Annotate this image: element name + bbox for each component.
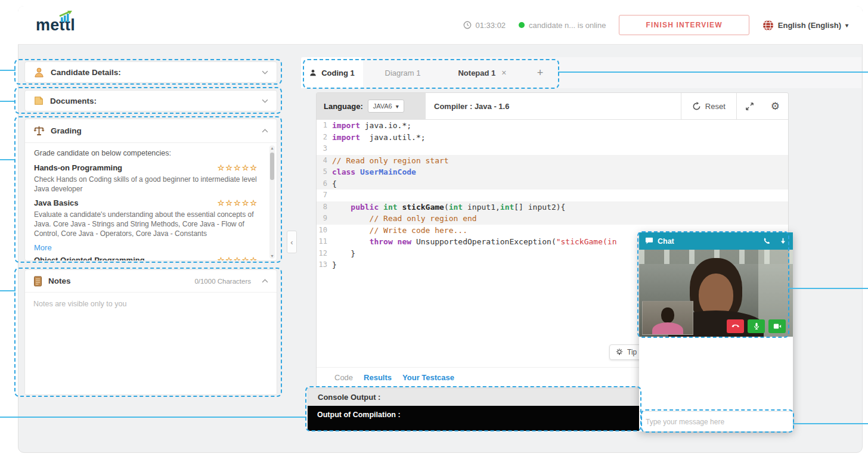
tab-notepad-1[interactable]: Notepad 1× [442,57,522,88]
chat-bubble-icon [645,237,653,245]
self-shoulders [652,322,683,335]
compilation-output-label: Output of Compilation : [317,411,401,419]
chat-title: Chat [658,237,674,246]
language-value: English (English) [778,21,841,30]
documents-panel[interactable]: Documents: [24,90,277,111]
code-text: // Read only region end [332,213,477,225]
chevron-down-icon[interactable] [262,99,268,103]
mettl-logo: mettl [36,16,75,35]
competency-row: Hands-on Programming☆☆☆☆☆ [34,162,258,173]
notes-title: Notes [48,277,71,285]
camera-button[interactable] [768,319,786,333]
grading-title: Grading [51,126,82,135]
line-number: 6 [317,178,332,190]
line-number: 7 [317,189,332,201]
callout-line-notes [0,290,16,291]
candidate-presence: candidate n... is online [519,21,606,30]
tab-results[interactable]: Results [364,373,392,382]
settings-button[interactable]: ⚙ [762,93,788,119]
microphone-button[interactable] [748,319,765,333]
code-line[interactable]: 9 // Read only region end [317,213,788,225]
chat-header[interactable]: Chat [639,232,793,250]
expand-icon [745,102,754,111]
line-number: 8 [317,201,332,213]
code-text: throw new UnsupportedOperationException(… [332,236,616,248]
reset-button[interactable]: Reset [681,93,736,119]
minimize-down-arrow-icon[interactable] [779,237,787,245]
tab-code[interactable]: Code [334,373,353,382]
code-line[interactable]: 8 public int stickGame(int input1,int[] … [317,201,788,213]
line-number: 5 [317,166,332,178]
scrollbar-thumb[interactable] [270,153,274,180]
person-icon [33,67,45,78]
callout-line-video [788,288,868,289]
code-line[interactable]: 6{ [317,178,788,190]
fullscreen-button[interactable] [737,93,762,119]
notes-icon [33,276,42,287]
hang-up-button[interactable] [727,319,744,333]
code-text: { [332,178,337,190]
tab-label: Notepad 1 [458,69,495,77]
reset-icon [692,102,701,111]
code-line[interactable]: 3 [317,143,788,155]
call-controls [727,319,786,333]
code-line[interactable]: 5class UserMainCode [317,166,788,178]
tab-label: Diagram 1 [385,69,421,77]
chevron-down-icon[interactable] [262,70,268,74]
grading-header[interactable]: Grading [25,119,277,143]
star-rating[interactable]: ☆☆☆☆☆ [218,256,258,260]
notes-header[interactable]: Notes 0/1000 Characters [25,270,277,293]
language-section: Language: JAVA6 ▾ [317,93,426,119]
add-tab-button[interactable]: + [522,57,558,88]
callout-line-documents [0,101,16,102]
tip-label: Tip [627,348,637,356]
tab-coding-1[interactable]: Coding 1 [301,57,363,88]
chat-window: Chat [639,232,793,431]
grading-scrollbar[interactable]: ▲ ▼ [269,145,275,259]
competency-name: Object Oriented Programming [34,256,145,260]
code-line[interactable]: 1import java.io.*; [317,120,788,132]
chat-message-list[interactable] [639,337,793,411]
competency-name: Java Basics [34,198,78,207]
star-rating[interactable]: ☆☆☆☆☆ [218,163,258,172]
top-bar: mettl 01:33:02 candidate n... is online … [18,6,863,45]
code-line[interactable]: 4// Read only region start [317,155,788,167]
scroll-down-icon[interactable]: ▼ [269,254,275,258]
chevron-up-icon[interactable] [262,279,268,283]
online-dot-icon [519,22,525,28]
language-select[interactable]: JAVA6 ▾ [368,100,404,113]
chat-message-input[interactable] [639,411,793,431]
console-output-header: Console Output : [308,388,641,406]
finish-interview-button[interactable]: FINISH INTERVIEW [619,15,749,35]
callout-line-chat-input [793,423,868,424]
language-selector[interactable]: English (English) ▾ [762,20,848,31]
mettl-logo-bars-icon [57,11,75,23]
self-video-pip[interactable] [642,301,693,335]
phone-icon[interactable] [763,237,771,245]
code-text: } [332,248,355,260]
tab-your-testcase[interactable]: Your Testcase [402,373,454,382]
star-rating[interactable]: ☆☆☆☆☆ [218,198,258,207]
sidebar-collapse-handle[interactable]: ‹ [287,231,297,253]
line-number: 12 [317,248,332,260]
tab-diagram-1[interactable]: Diagram 1 [363,57,442,88]
globe-icon [762,20,774,31]
editor-tab-strip: Coding 1Diagram 1Notepad 1×+ [301,57,861,88]
close-tab-icon[interactable]: × [501,68,506,77]
tab-label: Coding 1 [321,69,355,77]
line-number: 10 [317,225,332,237]
scroll-up-icon[interactable]: ▲ [269,146,275,150]
notes-textarea[interactable] [25,293,277,394]
code-text: } [332,259,337,271]
line-number: 13 [317,259,332,271]
compilation-output-panel: Output of Compilation : [308,406,641,431]
code-line[interactable]: 7 [317,189,788,201]
interview-timer: 01:33:02 [463,21,506,30]
code-line[interactable]: 2import java.util.*; [317,132,788,144]
self-head [661,307,674,323]
more-link[interactable]: More [34,243,52,252]
candidate-details-panel[interactable]: Candidate Details: [24,61,277,83]
screenshot-canvas: mettl 01:33:02 candidate n... is online … [0,0,868,466]
language-select-value: JAVA6 [373,102,392,110]
chevron-up-icon[interactable] [262,129,268,133]
